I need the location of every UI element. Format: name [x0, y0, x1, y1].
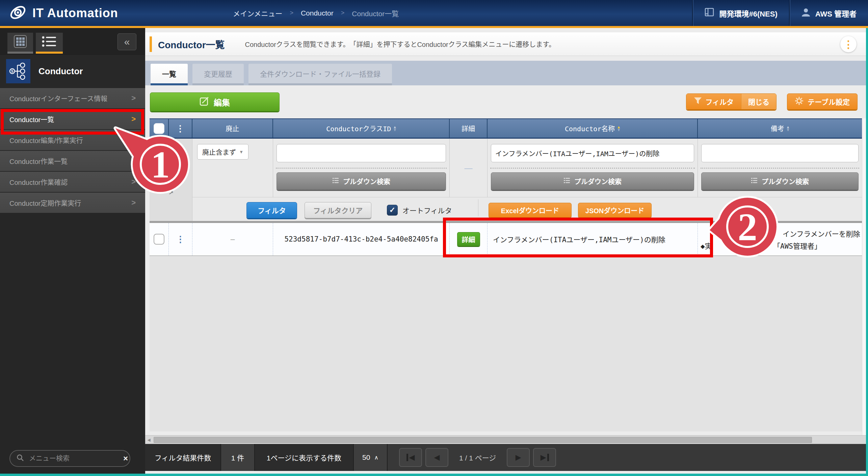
filter-apply-button[interactable]: フィルタ	[246, 202, 297, 218]
app-title: IT Automation	[32, 6, 118, 20]
table-settings-button[interactable]: テーブル設定	[787, 93, 858, 110]
sidebar-menu: Conductorインターフェース情報 > Conductor一覧 > Cond…	[0, 88, 145, 213]
grid-icon	[14, 35, 27, 50]
filter-toggle-button[interactable]: フィルタ	[686, 94, 741, 109]
remark-filter-input[interactable]	[701, 144, 859, 162]
sidebar-tab-grid[interactable]	[7, 33, 33, 54]
remark-line-1: インフラメンバーを削除	[783, 228, 860, 239]
sidebar-item-conductor-work-list[interactable]: Conductor作業一覧	[0, 151, 145, 171]
tab-bulk-download-register[interactable]: 全件ダウンロード・ファイル一括登録	[248, 64, 392, 85]
tab-label: 変更履歴	[204, 68, 232, 79]
sidebar-section-header: S Conductor	[0, 55, 145, 87]
horizontal-scrollbar-thumb[interactable]	[154, 437, 812, 443]
sidebar-item-conductor-list[interactable]: Conductor一覧 >	[0, 109, 145, 129]
filter-clear-button[interactable]: フィルタクリア	[305, 202, 371, 218]
app-window: IT Automation メインメニュー > Conductor > Cond…	[0, 0, 868, 476]
row-select-cell	[150, 223, 169, 255]
breadcrumb-conductor[interactable]: Conductor	[301, 9, 334, 17]
list-icon	[332, 177, 339, 185]
kebab-icon: ⋮	[176, 123, 185, 134]
sidebar-item-conductor-interface-info[interactable]: Conductorインターフェース情報 >	[0, 88, 145, 108]
column-header-remark[interactable]: 備考 ▲ ▼	[698, 119, 862, 138]
table-row: ⋮ — 523d5817-b7d7-413c-b2e4-5a40e82405fa…	[150, 223, 862, 256]
actions-divider	[478, 199, 478, 216]
tab-change-history[interactable]: 変更履歴	[192, 64, 244, 85]
filter-cell-name: プルダウン検索	[488, 139, 698, 197]
discard-filter-select[interactable]: 廃止含まず ▼	[197, 144, 248, 160]
json-download-button[interactable]: JSONダウンロード	[578, 203, 652, 218]
filter-close-button[interactable]: 閉じる	[741, 94, 776, 109]
row-menu-cell[interactable]: ⋮	[169, 223, 192, 255]
sidebar-item-conductor-periodic-execute[interactable]: Conductor定期作業実行 >	[0, 193, 145, 213]
environment-icon	[704, 7, 714, 19]
conductor-name-value: インフラメンバー(ITAユーザー,IAMユーザー)の削除	[493, 234, 665, 244]
filter-cell-remark: プルダウン検索	[698, 139, 862, 197]
last-page-button[interactable]: ▶	[533, 448, 556, 467]
list-icon	[751, 177, 758, 185]
breadcrumb: メインメニュー > Conductor > Conductor一覧	[233, 8, 399, 18]
column-header-class-id[interactable]: ConductorクラスID ▲ ▼	[273, 119, 450, 138]
scroll-left-icon[interactable]: ◀	[145, 438, 153, 442]
sidebar-tab-row: «	[0, 28, 145, 55]
clear-search-icon[interactable]: ×	[123, 454, 128, 463]
discard-value: —	[231, 235, 235, 243]
top-right-menus: 開発環境#6(NES) AWS 管理者	[692, 0, 868, 26]
search-icon	[16, 454, 24, 463]
class-id-pulldown-search-button[interactable]: プルダウン検索	[277, 172, 446, 190]
excel-download-button[interactable]: Excelダウンロード	[489, 203, 572, 218]
row-checkbox[interactable]	[154, 234, 164, 245]
main-content: Conductor一覧 Conductorクラスを閲覧できます。 「詳細」を押下…	[145, 28, 866, 474]
name-filter-input[interactable]	[491, 144, 694, 162]
detail-button[interactable]: 詳細	[457, 232, 480, 246]
filter-panel: フィルタ 廃止含まず ▼	[150, 139, 862, 223]
menu-search-input[interactable]	[28, 454, 119, 463]
sidebar-item-conductor-edit-execute[interactable]: Conductor編集/作業実行	[0, 130, 145, 150]
table-settings-label: テーブル設定	[808, 96, 850, 107]
page-menu-button[interactable]: ⋮	[840, 36, 857, 52]
row-detail-cell: 詳細	[450, 223, 488, 255]
select-all-checkbox[interactable]	[154, 123, 164, 134]
environment-label: 開発環境#6(NES)	[719, 8, 777, 19]
column-header-name[interactable]: Conductor名称 ▲ ▼	[488, 119, 698, 138]
user-menu[interactable]: AWS 管理者	[789, 0, 868, 26]
column-header-discard[interactable]: 廃止	[192, 119, 273, 138]
row-menu-header[interactable]: ⋮	[169, 119, 192, 138]
auto-filter-checkbox[interactable]: ✓	[387, 205, 398, 216]
filter-vertical-label-cell: フィルタ	[150, 139, 192, 221]
column-label: 廃止	[226, 123, 239, 133]
filter-result-label: フィルタ結果件数	[145, 444, 221, 471]
auto-filter-control: ✓ オートフィルタ	[387, 205, 452, 216]
class-id-filter-input[interactable]	[277, 144, 446, 162]
chevron-right-icon: >	[131, 94, 136, 103]
column-label: ConductorクラスID	[326, 123, 391, 133]
prev-page-button[interactable]: ◀	[425, 448, 448, 467]
pagination: ◀ ◀ 1 / 1 ページ ▶ ▶	[399, 444, 556, 471]
remark-pulldown-search-button[interactable]: プルダウン検索	[701, 172, 859, 190]
edit-button[interactable]: 編集	[150, 92, 280, 111]
horizontal-scrollbar[interactable]: ◀	[145, 435, 866, 444]
breadcrumb-main-menu[interactable]: メインメニュー	[233, 8, 282, 18]
filter-cell-discard: 廃止含まず ▼	[192, 139, 273, 197]
select-all-cell	[150, 119, 169, 138]
last-page-icon	[547, 454, 549, 461]
name-pulldown-search-button[interactable]: プルダウン検索	[491, 172, 694, 190]
logo-swirl-icon	[9, 3, 27, 23]
sidebar-item-conductor-work-confirm[interactable]: Conductor作業確認 >	[0, 172, 145, 192]
sort-down-icon: ▼	[787, 129, 789, 132]
sidebar-tab-list[interactable]	[36, 33, 63, 54]
environment-menu[interactable]: 開発環境#6(NES)	[692, 0, 789, 26]
sidebar-collapse-button[interactable]: «	[117, 33, 136, 50]
page-description: Conductorクラスを閲覧できます。 「詳細」を押下するとConductor…	[245, 39, 556, 49]
filter-divider	[701, 168, 859, 169]
column-header-detail: 詳細	[450, 119, 488, 138]
sidebar-item-label: Conductor作業一覧	[9, 156, 68, 166]
first-page-button[interactable]: ◀	[399, 448, 422, 467]
vertical-scrollbar-track[interactable]	[862, 118, 866, 463]
next-page-button[interactable]: ▶	[507, 448, 530, 467]
page-size-control[interactable]: 50 ∧	[354, 444, 388, 471]
tab-list[interactable]: 一覧	[151, 64, 188, 85]
funnel-icon	[694, 97, 702, 107]
list-icon	[42, 35, 57, 49]
column-label: Conductor名称	[565, 123, 615, 133]
sidebar: « S Conductor Conductorインターフェース情報 >	[0, 28, 145, 474]
